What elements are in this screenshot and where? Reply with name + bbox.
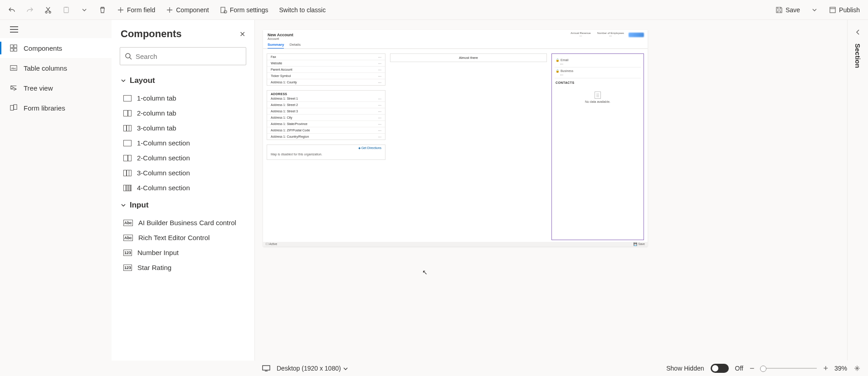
svg-point-5 — [224, 10, 227, 13]
table-columns-icon: Abc — [10, 64, 17, 72]
metric-label: Annual Revenue — [571, 32, 590, 34]
side-field[interactable]: 🔒 Email--- — [555, 57, 641, 67]
field-label: Address 1: State/Province — [271, 122, 307, 125]
form-canvas[interactable]: New Account Account Annual Revenue--- Nu… — [255, 20, 847, 361]
close-panel-button[interactable]: ✕ — [239, 30, 245, 39]
hamburger-button[interactable] — [0, 26, 112, 38]
field-label: Ticker Symbol — [271, 74, 291, 77]
field-value: --- — [378, 110, 381, 113]
zoom-slider[interactable] — [761, 368, 817, 369]
nav-label: Components — [24, 44, 62, 52]
add-form-field-button[interactable]: Form field — [112, 4, 160, 16]
fit-to-screen-button[interactable] — [853, 365, 861, 372]
redo-button[interactable] — [22, 4, 38, 16]
comp-2-column-section[interactable]: 2-Column section — [118, 150, 251, 165]
viewport-selector[interactable]: Desktop (1920 x 1080) — [277, 365, 348, 372]
undo-button[interactable] — [4, 4, 20, 16]
svg-rect-3 — [65, 7, 67, 8]
nav-table-columns[interactable]: AbcTable columns — [0, 58, 112, 78]
owner-pill[interactable] — [629, 33, 644, 37]
layout-2col-icon — [123, 110, 132, 116]
group-title: Layout — [130, 76, 155, 85]
switch-to-classic-button[interactable]: Switch to classic — [274, 4, 330, 16]
tab-details[interactable]: Details — [289, 41, 300, 48]
field-label: Website — [271, 62, 282, 65]
tree-view-icon — [10, 84, 17, 92]
comp-number-input[interactable]: 123Number Input — [118, 245, 251, 260]
cut-button[interactable] — [40, 4, 56, 16]
form-libraries-icon — [10, 104, 17, 111]
comp-label: 1-Column section — [137, 139, 190, 147]
nav-components[interactable]: Components — [0, 38, 112, 58]
delete-icon — [99, 6, 106, 14]
rail-section-label[interactable]: Section — [854, 43, 862, 68]
component-label: Component — [176, 6, 209, 14]
search-input[interactable] — [136, 53, 241, 60]
zoom-out-button[interactable]: − — [750, 364, 755, 373]
field-label: Address 1: Country/Region — [271, 135, 309, 138]
section-general[interactable]: Fax--- Website--- Parent Account--- Tick… — [267, 53, 385, 86]
save-dropdown[interactable] — [806, 4, 823, 16]
comp-2-column-tab[interactable]: 2-column tab — [118, 106, 251, 121]
nav-tree-view[interactable]: Tree view — [0, 78, 112, 98]
delete-button[interactable] — [94, 4, 111, 16]
chevron-down-icon — [81, 6, 88, 14]
save-button[interactable]: Save — [771, 4, 805, 16]
svg-rect-4 — [221, 7, 225, 13]
group-layout-toggle[interactable]: Layout — [118, 71, 251, 91]
field-label: Address 1: Street 2 — [271, 103, 298, 106]
field-label: Address 1: City — [271, 116, 292, 119]
components-scroll[interactable]: Layout 1-column tab 2-column tab 3-colum… — [112, 71, 254, 361]
tab-summary[interactable]: Summary — [268, 41, 284, 48]
comp-3-column-tab[interactable]: 3-column tab — [118, 121, 251, 135]
monitor-icon — [262, 365, 270, 371]
form-preview[interactable]: New Account Account Annual Revenue--- Nu… — [263, 30, 648, 246]
metric-label: Number of Employees — [597, 32, 624, 34]
field-value: --- — [378, 122, 381, 125]
paste-button[interactable] — [58, 4, 74, 16]
group-input-toggle[interactable]: Input — [118, 195, 251, 215]
switch-classic-label: Switch to classic — [279, 6, 326, 14]
right-rail: Section — [847, 20, 868, 361]
layout-2col-icon — [123, 155, 132, 161]
comp-1-column-tab[interactable]: 1-column tab — [118, 91, 251, 106]
expand-rail-button[interactable] — [855, 29, 861, 35]
side-field[interactable]: 🔒 Business--- — [555, 67, 641, 78]
comp-1-column-section[interactable]: 1-Column section — [118, 135, 251, 150]
comp-label: Rich Text Editor Control — [138, 234, 210, 241]
footer-status: Active — [269, 242, 277, 246]
selected-section[interactable]: 🔒 Email--- 🔒 Business--- CONTACTS No dat… — [551, 53, 644, 240]
contacts-heading: CONTACTS — [555, 78, 641, 85]
form-settings-button[interactable]: Form settings — [215, 4, 273, 16]
get-directions-link[interactable]: ◈ Get Directions — [267, 145, 385, 151]
field-value: --- — [378, 55, 381, 58]
comp-rich-text-editor[interactable]: AbcRich Text Editor Control — [118, 230, 251, 245]
footer-save[interactable]: Save — [638, 242, 645, 246]
undo-icon — [8, 6, 15, 14]
svg-rect-2 — [64, 7, 68, 13]
svg-rect-10 — [14, 48, 17, 51]
nav-form-libraries[interactable]: Form libraries — [0, 98, 112, 118]
svg-rect-13 — [10, 106, 14, 111]
section-address[interactable]: ADDRESS Address 1: Street 1--- Address 1… — [267, 90, 385, 140]
chevron-down-icon — [121, 78, 126, 83]
show-hidden-toggle[interactable] — [711, 364, 729, 373]
abc-icon: Abc — [123, 220, 133, 226]
redo-icon — [26, 6, 34, 14]
svg-point-15 — [126, 53, 130, 58]
zoom-in-button[interactable]: + — [823, 364, 828, 373]
svg-rect-9 — [10, 48, 13, 51]
svg-text:Abc: Abc — [11, 67, 16, 70]
comp-ai-business-card[interactable]: AbcAI Builder Business Card control — [118, 215, 251, 230]
form-tabs: Summary Details — [263, 41, 648, 49]
comp-4-column-section[interactable]: 4-Column section — [118, 180, 251, 195]
timeline-placeholder[interactable]: Almost there — [390, 53, 547, 62]
comp-star-rating[interactable]: 123Star Rating — [118, 260, 251, 275]
form-field-label: Form field — [127, 6, 155, 14]
comp-3-column-section[interactable]: 3-Column section — [118, 165, 251, 180]
publish-button[interactable]: Publish — [824, 4, 864, 16]
paste-dropdown[interactable] — [76, 4, 93, 16]
add-component-button[interactable]: Component — [161, 4, 213, 16]
search-box[interactable] — [120, 47, 246, 65]
section-map[interactable]: ◈ Get Directions Map is disabled for thi… — [267, 145, 385, 160]
